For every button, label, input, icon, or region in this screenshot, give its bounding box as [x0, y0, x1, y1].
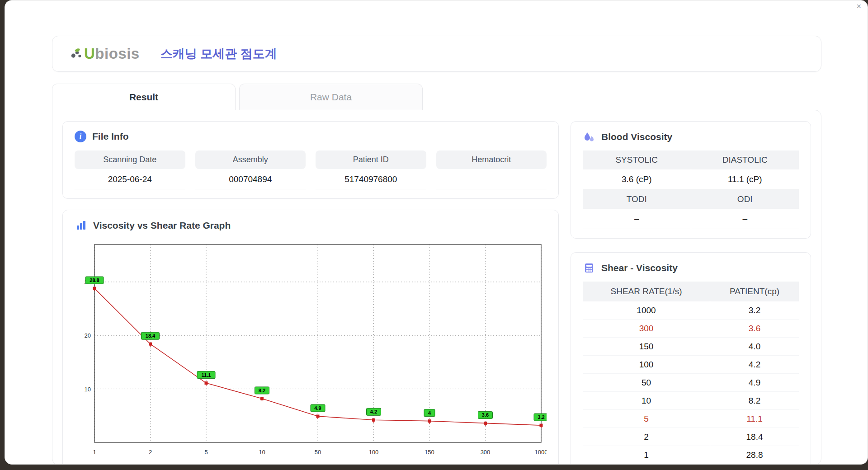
- svg-text:4.2: 4.2: [370, 409, 377, 414]
- patient-value-cell: 4.2: [710, 356, 799, 374]
- svg-text:11.1: 11.1: [202, 372, 211, 378]
- shear-rate-cell: 5: [583, 410, 710, 428]
- patient-col-header: PATIENT(cp): [710, 282, 799, 301]
- bv-header-systolic: SYSTOLIC: [583, 150, 691, 169]
- tab-result[interactable]: Result: [52, 84, 236, 110]
- viscosity-chart: 1251050100150300100010203028.818.411.18.…: [75, 237, 547, 465]
- droplets-icon: [583, 131, 595, 143]
- svg-text:28.8: 28.8: [90, 277, 99, 283]
- svg-text:3.6: 3.6: [482, 412, 489, 418]
- table-row: 128.8: [583, 446, 799, 464]
- result-panel: i File Info Scanning Date 2025-06-24 Ass…: [52, 110, 821, 465]
- shear-rate-cell: 100: [583, 356, 710, 374]
- logo-text: Ubiosis: [84, 45, 140, 62]
- svg-text:2: 2: [149, 449, 152, 456]
- file-info-card: i File Info Scanning Date 2025-06-24 Ass…: [62, 121, 559, 199]
- shear-rate-cell: 150: [583, 338, 710, 356]
- tab-bar: Result Raw Data: [52, 84, 821, 110]
- table-row: 218.4: [583, 428, 799, 446]
- bar-chart-icon: [75, 219, 87, 232]
- table-row: 1004.2: [583, 356, 799, 374]
- page-title: 스캐닝 모세관 점도계: [160, 46, 277, 62]
- shear-rate-cell: 1: [583, 446, 710, 464]
- bv-header-odi: ODI: [691, 190, 799, 209]
- viscosity-chart-svg: 1251050100150300100010203028.818.411.18.…: [75, 237, 547, 465]
- ubiosis-logo: Ubiosis: [70, 45, 140, 62]
- info-icon: i: [75, 131, 86, 142]
- field-hematocrit: Hematocrit: [436, 150, 547, 189]
- svg-text:10: 10: [85, 386, 91, 393]
- shear-rate-cell: 1000: [583, 301, 710, 320]
- field-value: 51740976800: [316, 169, 426, 189]
- bv-header-todi: TODI: [583, 190, 691, 209]
- patient-value-cell: 3.6: [710, 320, 799, 338]
- blood-viscosity-title: Blood Viscosity: [601, 132, 672, 142]
- shear-col-header: SHEAR RATE(1/s): [583, 282, 710, 301]
- svg-text:4: 4: [428, 410, 431, 416]
- field-label: Hematocrit: [436, 150, 547, 169]
- field-label: Patient ID: [316, 150, 426, 169]
- field-scanning-date: Scanning Date 2025-06-24: [75, 150, 185, 189]
- patient-value-cell: 8.2: [710, 392, 799, 410]
- blood-viscosity-card: Blood Viscosity SYSTOLIC DIASTOLIC 3.6 (…: [571, 121, 811, 239]
- svg-text:4.9: 4.9: [314, 405, 321, 411]
- patient-value-cell: 4.9: [710, 374, 799, 392]
- svg-text:1: 1: [93, 449, 96, 456]
- bv-value-systolic: 3.6 (cP): [583, 169, 691, 190]
- table-row: 511.1: [583, 410, 799, 428]
- bv-value-diastolic: 11.1 (cP): [691, 169, 799, 190]
- file-info-title: File Info: [92, 131, 129, 142]
- svg-text:50: 50: [315, 449, 321, 456]
- svg-text:8.2: 8.2: [259, 388, 265, 393]
- svg-text:300: 300: [481, 449, 491, 456]
- shear-rate-cell: 50: [583, 374, 710, 392]
- app-header: Ubiosis 스캐닝 모세관 점도계: [52, 36, 821, 72]
- table-row: 10003.2: [583, 301, 799, 320]
- svg-text:18.4: 18.4: [146, 333, 156, 338]
- svg-text:3.2: 3.2: [538, 414, 544, 420]
- field-value: 2025-06-24: [75, 169, 185, 189]
- field-value: [436, 169, 547, 189]
- shear-viscosity-title: Shear - Viscosity: [601, 263, 678, 273]
- viscosity-graph-card: Viscosity vs Shear Rate Graph 1251050100…: [62, 210, 559, 465]
- bv-value-todi: –: [583, 209, 691, 229]
- shear-rate-cell: 300: [583, 320, 710, 338]
- field-label: Scanning Date: [75, 150, 185, 169]
- field-label: Assembly: [195, 150, 306, 169]
- svg-text:150: 150: [425, 449, 434, 456]
- graph-title: Viscosity vs Shear Rate Graph: [93, 220, 231, 231]
- shear-viscosity-card: Shear - Viscosity SHEAR RATE(1/s) PATIEN…: [571, 252, 811, 465]
- field-value: 000704894: [195, 169, 306, 189]
- app-window: × Ubiosis 스캐닝 모세관 점도계 Result Raw Data: [5, 0, 868, 465]
- svg-text:1000: 1000: [535, 449, 547, 456]
- table-row: 1504.0: [583, 338, 799, 356]
- bv-value-odi: –: [691, 209, 799, 229]
- close-icon[interactable]: ×: [856, 2, 861, 10]
- calculator-icon: [583, 262, 595, 274]
- svg-text:20: 20: [85, 332, 91, 339]
- tab-raw-data[interactable]: Raw Data: [239, 84, 423, 110]
- file-info-fields: Scanning Date 2025-06-24 Assembly 000704…: [75, 150, 547, 189]
- logo-leaf-icon: [70, 47, 82, 60]
- blood-viscosity-table: SYSTOLIC DIASTOLIC 3.6 (cP) 11.1 (cP) TO…: [583, 150, 799, 229]
- table-row: 108.2: [583, 392, 799, 410]
- patient-value-cell: 4.0: [710, 338, 799, 356]
- shear-rate-cell: 2: [583, 428, 710, 446]
- patient-value-cell: 3.2: [710, 301, 799, 320]
- svg-text:5: 5: [204, 449, 208, 456]
- patient-value-cell: 28.8: [710, 446, 799, 464]
- table-row: 3003.6: [583, 320, 799, 338]
- patient-value-cell: 18.4: [710, 428, 799, 446]
- patient-value-cell: 11.1: [710, 410, 799, 428]
- table-row: 504.9: [583, 374, 799, 392]
- shear-rate-cell: 10: [583, 392, 710, 410]
- bv-header-diastolic: DIASTOLIC: [691, 150, 799, 169]
- shear-viscosity-table: SHEAR RATE(1/s) PATIENT(cp) 10003.23003.…: [583, 282, 799, 464]
- svg-text:100: 100: [369, 449, 379, 456]
- svg-text:10: 10: [259, 449, 265, 456]
- field-assembly: Assembly 000704894: [195, 150, 306, 189]
- field-patient-id: Patient ID 51740976800: [316, 150, 426, 189]
